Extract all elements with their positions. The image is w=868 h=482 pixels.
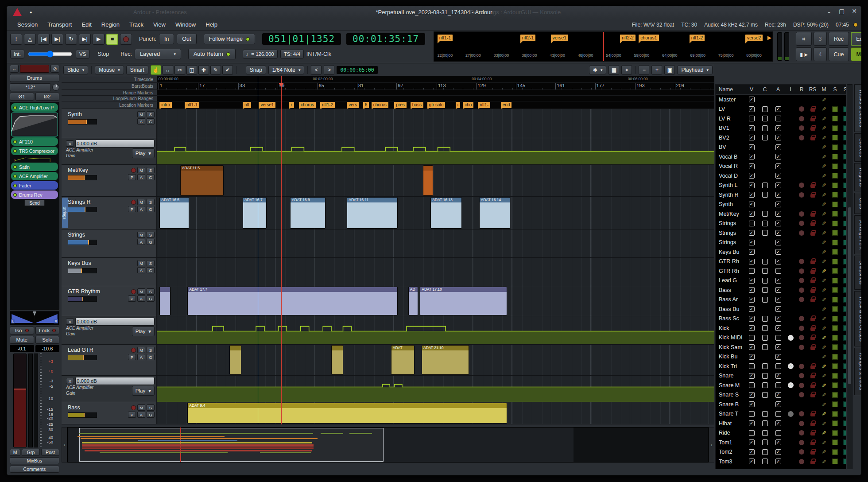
solo-square-icon[interactable] bbox=[832, 211, 838, 217]
checkbox-checked[interactable]: ✓ bbox=[775, 211, 781, 217]
checkbox-empty[interactable] bbox=[762, 459, 768, 464]
rec-dot-icon[interactable] bbox=[799, 297, 804, 302]
rec-dot-icon[interactable] bbox=[799, 106, 804, 112]
checkbox-checked[interactable]: ✓ bbox=[749, 325, 755, 331]
solo-square-icon[interactable] bbox=[832, 268, 838, 274]
pencil-icon[interactable]: ✎ bbox=[821, 155, 827, 159]
track-lane[interactable] bbox=[157, 229, 714, 257]
minimap-marker[interactable]: riff2-2 bbox=[620, 35, 636, 41]
rec-dot-icon[interactable] bbox=[799, 268, 804, 274]
checkbox-checked[interactable]: ✓ bbox=[749, 278, 755, 284]
tab-snapshots[interactable]: Snapshots bbox=[854, 256, 862, 289]
marker-views-select[interactable]: ✱▾ bbox=[589, 66, 607, 74]
rulers[interactable]: Timecode00:00:00:0000:02:00:0000:04:00:0… bbox=[62, 76, 714, 109]
iso-square-icon[interactable] bbox=[843, 373, 846, 379]
checkbox-empty[interactable] bbox=[762, 411, 768, 417]
menu-item-region[interactable]: Region bbox=[101, 21, 120, 28]
solo-square-icon[interactable] bbox=[832, 259, 838, 264]
automation-mini-button[interactable]: A bbox=[137, 267, 145, 273]
track-list-row[interactable]: Kick✓✓✎ bbox=[716, 323, 846, 333]
ruler-row[interactable]: Timecode00:00:00:0000:02:00:0000:04:00:0… bbox=[62, 76, 714, 83]
solo-mini-button[interactable]: S bbox=[147, 404, 155, 411]
checkbox-checked[interactable]: ✓ bbox=[749, 449, 755, 455]
checkbox-checked[interactable]: ✓ bbox=[775, 459, 781, 464]
processor-led[interactable] bbox=[13, 175, 17, 178]
pencil-icon[interactable]: ✎ bbox=[821, 97, 827, 102]
ruler-strip-2[interactable] bbox=[157, 90, 714, 95]
gain-display[interactable]: -0.1 bbox=[10, 345, 34, 352]
checkbox-empty[interactable] bbox=[762, 335, 768, 341]
automation-mini-button[interactable]: A bbox=[137, 354, 145, 360]
track-name[interactable]: Lead GTR bbox=[68, 346, 93, 354]
rec-dot-icon[interactable] bbox=[799, 373, 804, 378]
checkbox-checked[interactable]: ✓ bbox=[775, 144, 781, 150]
checkbox-checked[interactable]: ✓ bbox=[775, 221, 781, 226]
rec-dot-icon[interactable] bbox=[799, 183, 804, 188]
checkbox-checked[interactable]: ✓ bbox=[749, 259, 755, 264]
tab-clips[interactable]: Clips bbox=[854, 193, 862, 214]
automation-lane-header[interactable]: X0.000 dBACE AmplifierGainPlay ▾ bbox=[62, 138, 157, 164]
checkbox-checked[interactable]: ✓ bbox=[775, 297, 781, 303]
solo-square-icon[interactable] bbox=[832, 116, 838, 121]
tab-tracks-busses[interactable]: Tracks & Busses bbox=[854, 84, 862, 132]
pencil-icon[interactable]: ✎ bbox=[821, 202, 827, 206]
checkbox-checked[interactable]: ✓ bbox=[749, 163, 755, 169]
pencil-icon[interactable]: ✎ bbox=[821, 259, 827, 264]
track-fader[interactable] bbox=[68, 296, 97, 302]
solo-square-icon[interactable] bbox=[832, 401, 838, 407]
iso-square-icon[interactable] bbox=[843, 392, 846, 398]
track-list-row[interactable]: Kick MIDI∴✎ bbox=[716, 333, 846, 343]
solo-square-icon[interactable] bbox=[832, 382, 838, 388]
primary-clock[interactable]: 051|01|1352 bbox=[262, 33, 341, 45]
checkbox-empty[interactable] bbox=[762, 439, 768, 445]
solo-square-icon[interactable] bbox=[832, 278, 838, 284]
location-marker[interactable]: i bbox=[456, 102, 460, 108]
checkbox-checked[interactable]: ✓ bbox=[775, 354, 781, 360]
rec-dot-icon[interactable] bbox=[799, 326, 804, 331]
iso-square-icon[interactable] bbox=[843, 306, 846, 312]
solo-square-icon[interactable] bbox=[832, 154, 838, 159]
playlist-mini-button[interactable]: P bbox=[128, 174, 136, 180]
processor-satin[interactable]: Satin bbox=[11, 163, 58, 171]
checkbox-checked[interactable]: ✓ bbox=[775, 439, 781, 445]
checkbox-empty[interactable] bbox=[749, 268, 755, 274]
iso-square-icon[interactable] bbox=[843, 268, 846, 274]
tab-ranges-marks[interactable]: Ranges & Marks bbox=[854, 348, 862, 395]
cue-page-button[interactable]: Cue bbox=[829, 47, 849, 61]
checkbox-checked[interactable]: ✓ bbox=[749, 373, 755, 379]
lock-icon[interactable] bbox=[810, 260, 815, 264]
checkbox-checked[interactable]: ✓ bbox=[749, 306, 755, 312]
checkbox-checked[interactable]: ✓ bbox=[775, 163, 781, 169]
follow-range-button[interactable]: Follow Range bbox=[204, 34, 255, 44]
rec-dot-icon[interactable] bbox=[799, 316, 804, 321]
checkbox-empty[interactable] bbox=[762, 278, 768, 284]
pencil-icon[interactable]: ✎ bbox=[821, 136, 827, 140]
track-list-row[interactable]: GTR Rh✓✓✎ bbox=[716, 257, 846, 267]
checkbox-checked[interactable]: ✓ bbox=[749, 297, 755, 303]
menu-item-edit[interactable]: Edit bbox=[81, 21, 91, 28]
record-enable-icon[interactable] bbox=[131, 200, 136, 205]
pencil-icon[interactable]: ✎ bbox=[821, 164, 827, 168]
record-enable-icon[interactable] bbox=[131, 348, 136, 353]
pencil-icon-active[interactable]: ✎ bbox=[821, 364, 827, 369]
draw-tool-icon[interactable]: ✎ bbox=[210, 65, 221, 75]
checkbox-checked[interactable]: ✓ bbox=[775, 373, 781, 379]
cut-tool-icon[interactable]: ✂ bbox=[174, 65, 185, 75]
close-icon[interactable]: ✕ bbox=[852, 8, 857, 15]
peak-display[interactable]: -10.6 bbox=[35, 345, 60, 352]
lock-icon[interactable] bbox=[810, 451, 815, 455]
iso-square-icon[interactable] bbox=[843, 240, 846, 245]
checkbox-empty[interactable] bbox=[749, 363, 755, 369]
checkbox-checked[interactable]: ✓ bbox=[775, 259, 781, 264]
solo-square-icon[interactable] bbox=[832, 439, 838, 445]
checkbox-empty[interactable] bbox=[762, 363, 768, 369]
rec-dot-icon[interactable] bbox=[799, 116, 804, 121]
checkbox-checked[interactable]: ✓ bbox=[749, 173, 755, 179]
track-list-row[interactable]: Bass Bu✓✓✎ bbox=[716, 304, 846, 314]
track-list-row[interactable]: Kick Sam✓✓✎ bbox=[716, 342, 846, 352]
lock-icon[interactable] bbox=[810, 375, 815, 378]
iso-square-icon[interactable] bbox=[843, 116, 846, 121]
rec-dot-icon[interactable] bbox=[799, 421, 804, 426]
checkbox-checked[interactable]: ✓ bbox=[749, 249, 755, 255]
lock-icon[interactable] bbox=[810, 194, 815, 198]
